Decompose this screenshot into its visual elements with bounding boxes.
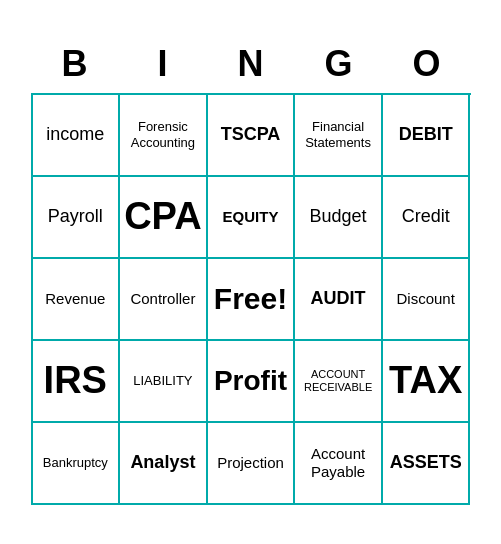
cell-text: Controller xyxy=(130,290,195,308)
cell-text: Financial Statements xyxy=(299,119,377,150)
header-letter: G xyxy=(295,39,383,89)
cell-text: ACCOUNT RECEIVABLE xyxy=(299,368,377,394)
bingo-cell: EQUITY xyxy=(208,177,296,259)
cell-text: CPA xyxy=(124,194,201,240)
header-letter: O xyxy=(383,39,471,89)
cell-text: Budget xyxy=(310,206,367,228)
bingo-cell: Budget xyxy=(295,177,383,259)
bingo-cell: Credit xyxy=(383,177,471,259)
bingo-cell: ASSETS xyxy=(383,423,471,505)
cell-text: Discount xyxy=(397,290,455,308)
cell-text: AUDIT xyxy=(311,288,366,310)
bingo-cell: Revenue xyxy=(33,259,121,341)
cell-text: ASSETS xyxy=(390,452,462,474)
cell-text: EQUITY xyxy=(223,208,279,226)
cell-text: Forensic Accounting xyxy=(124,119,202,150)
bingo-cell: income xyxy=(33,95,121,177)
bingo-cell: Account Payable xyxy=(295,423,383,505)
cell-text: Revenue xyxy=(45,290,105,308)
cell-text: Analyst xyxy=(130,452,195,474)
header-letter: N xyxy=(207,39,295,89)
cell-text: Account Payable xyxy=(299,445,377,481)
bingo-cell: LIABILITY xyxy=(120,341,208,423)
cell-text: Payroll xyxy=(48,206,103,228)
bingo-card: BINGO incomeForensic AccountingTSCPAFina… xyxy=(21,29,481,515)
header-letter: I xyxy=(119,39,207,89)
cell-text: DEBIT xyxy=(399,124,453,146)
bingo-cell: ACCOUNT RECEIVABLE xyxy=(295,341,383,423)
bingo-cell: IRS xyxy=(33,341,121,423)
bingo-cell: DEBIT xyxy=(383,95,471,177)
bingo-cell: Discount xyxy=(383,259,471,341)
bingo-grid: incomeForensic AccountingTSCPAFinancial … xyxy=(31,93,471,505)
cell-text: TAX xyxy=(389,358,462,404)
cell-text: TSCPA xyxy=(221,124,281,146)
bingo-cell: TSCPA xyxy=(208,95,296,177)
cell-text: Projection xyxy=(217,454,284,472)
bingo-cell: Analyst xyxy=(120,423,208,505)
bingo-cell: AUDIT xyxy=(295,259,383,341)
cell-text: Free! xyxy=(214,281,287,317)
bingo-cell: Projection xyxy=(208,423,296,505)
bingo-cell: Payroll xyxy=(33,177,121,259)
cell-text: Bankruptcy xyxy=(43,455,108,471)
bingo-cell: Bankruptcy xyxy=(33,423,121,505)
cell-text: income xyxy=(46,124,104,146)
header-letter: B xyxy=(31,39,119,89)
bingo-cell: Financial Statements xyxy=(295,95,383,177)
cell-text: IRS xyxy=(44,358,107,404)
bingo-header: BINGO xyxy=(31,39,471,89)
bingo-cell: Controller xyxy=(120,259,208,341)
bingo-cell: Forensic Accounting xyxy=(120,95,208,177)
bingo-cell: Free! xyxy=(208,259,296,341)
bingo-cell: TAX xyxy=(383,341,471,423)
bingo-cell: Profit xyxy=(208,341,296,423)
cell-text: LIABILITY xyxy=(133,373,192,389)
cell-text: Profit xyxy=(214,364,287,398)
cell-text: Credit xyxy=(402,206,450,228)
bingo-cell: CPA xyxy=(120,177,208,259)
